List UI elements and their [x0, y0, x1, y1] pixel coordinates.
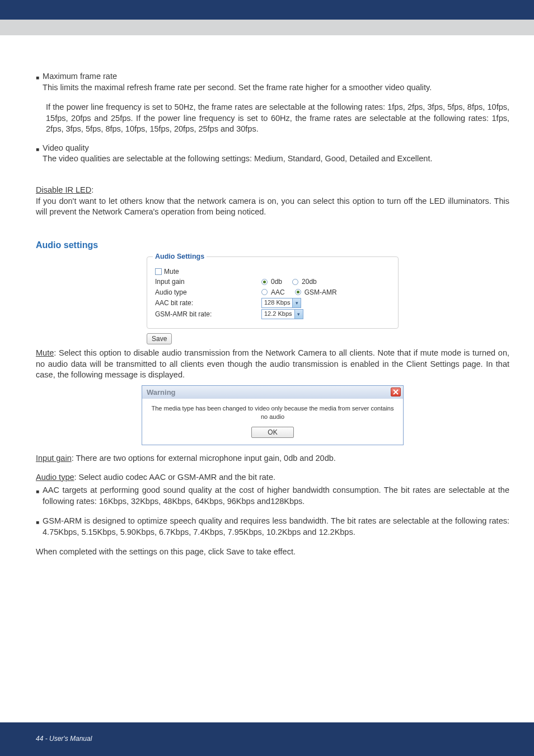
aac-bitrate-select[interactable]: 128 Kbps ▾: [261, 298, 301, 308]
max-frame-rate-p2: If the power line frequency is set to 50…: [46, 102, 509, 135]
closing-paragraph: When completed with the settings on this…: [36, 547, 509, 558]
bullet-max-frame-rate: ■ Maximum frame rate This limits the max…: [36, 71, 509, 95]
gsm-bitrate-select[interactable]: 12.2 Kbps ▾: [261, 309, 303, 319]
bullet-gsm: ■ GSM-ARM is designed to optimize speech…: [36, 516, 509, 540]
audio-settings-heading: Audio settings: [36, 239, 509, 251]
audio-type-label: Audio type: [155, 288, 261, 297]
audio-type-text: : Select audio codec AAC or GSM-AMR and …: [74, 473, 275, 482]
input-gain-text: : There are two options for external mic…: [72, 454, 336, 463]
bullet-video-quality: ■ Video quality The video qualities are …: [36, 143, 509, 167]
aac-bitrate-label: AAC bit rate:: [155, 298, 261, 307]
mute-paragraph: Mute: Select this option to disable audi…: [36, 348, 509, 381]
page-content: ■ Maximum frame rate This limits the max…: [0, 35, 534, 558]
square-bullet-icon: ■: [36, 519, 39, 540]
chevron-down-icon: ▾: [294, 310, 303, 319]
audio-settings-legend: Audio Settings: [153, 252, 207, 262]
radio-0db[interactable]: [261, 279, 268, 285]
mute-term: Mute: [36, 348, 54, 357]
header-grey-band: VIVOTEK - A Leading Provider of Multimed…: [0, 20, 534, 35]
gsm-bullet-text: GSM-ARM is designed to optimize speech q…: [43, 516, 509, 538]
chevron-down-icon: ▾: [292, 298, 301, 307]
radio-aac[interactable]: [261, 289, 268, 295]
gsm-bitrate-label: GSM-AMR bit rate:: [155, 310, 261, 319]
top-blue-band: [0, 0, 534, 20]
mute-checkbox-label: Mute: [164, 267, 179, 276]
radio-20db[interactable]: [292, 279, 298, 285]
mute-text: : Select this option to disable audio tr…: [36, 348, 509, 379]
square-bullet-icon: ■: [36, 74, 39, 95]
warning-message: The media type has been changed to video…: [148, 404, 397, 421]
video-quality-p1: The video qualities are selectable at th…: [43, 153, 509, 165]
close-button[interactable]: [391, 388, 401, 396]
aac-bitrate-value: 128 Kbps: [262, 298, 292, 307]
mute-checkbox[interactable]: [155, 268, 162, 275]
warning-title-text: Warning: [147, 388, 176, 398]
gsm-bitrate-value: 12.2 Kbps: [262, 310, 294, 318]
audio-type-term: Audio type: [36, 473, 74, 482]
bullet-aac: ■ AAC targets at performing good sound q…: [36, 485, 509, 509]
square-bullet-icon: ■: [36, 146, 39, 167]
page-footer: 44 - User's Manual: [0, 722, 534, 756]
radio-gsm-amr-label: GSM-AMR: [305, 288, 337, 297]
radio-20db-label: 20db: [302, 277, 317, 286]
aac-bullet-text: AAC targets at performing good sound qua…: [43, 485, 509, 507]
disable-ir-led-label: Disable IR LED: [36, 185, 91, 194]
close-icon: [393, 389, 399, 395]
video-quality-title: Video quality: [43, 143, 509, 154]
input-gain-paragraph: Input gain: There are two options for ex…: [36, 453, 509, 464]
max-frame-rate-p1: This limits the maximal refresh frame ra…: [43, 82, 509, 94]
audio-type-paragraph: Audio type: Select audio codec AAC or GS…: [36, 472, 509, 483]
warning-dialog: Warning The media type has been changed …: [142, 385, 404, 445]
disable-ir-led-block: Disable IR LED: If you don't want to let…: [36, 185, 509, 218]
square-bullet-icon: ■: [36, 488, 39, 509]
disable-ir-led-text: If you don't want to let others know tha…: [36, 196, 509, 218]
max-frame-rate-title: Maximum frame rate: [43, 71, 509, 82]
warning-titlebar: Warning: [142, 386, 403, 399]
footer-text: 44 - User's Manual: [36, 735, 92, 743]
audio-settings-panel: Audio Settings Mute Input gain 0db 20db …: [147, 256, 399, 329]
ok-button[interactable]: OK: [251, 427, 293, 438]
save-button[interactable]: Save: [147, 333, 172, 344]
input-gain-term: Input gain: [36, 454, 72, 463]
radio-aac-label: AAC: [271, 288, 285, 297]
colon: :: [91, 185, 93, 194]
radio-0db-label: 0db: [271, 277, 282, 286]
input-gain-label: Input gain: [155, 277, 261, 286]
radio-gsm-amr[interactable]: [295, 289, 301, 295]
